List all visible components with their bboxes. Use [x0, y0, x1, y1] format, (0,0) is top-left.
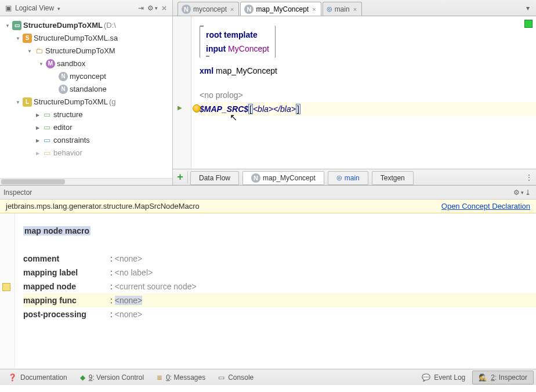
hide-panel-icon[interactable]: ⤓	[523, 188, 533, 197]
bottom-tab-overflow-icon[interactable]: ⋮	[524, 173, 534, 182]
tree-aspect-constraints[interactable]: ▭ constraints	[0, 133, 172, 146]
tree-solution[interactable]: S StructureDumpToXML.sa	[0, 31, 172, 44]
messages-icon: ≣	[157, 373, 162, 382]
folder-icon: 🗀	[34, 46, 44, 55]
bottom-tab-main[interactable]: ◎ main	[328, 171, 368, 185]
tree-label: myconcept	[68, 72, 106, 81]
tree-language[interactable]: L StructureDumpToXML (g	[0, 95, 172, 108]
gear-icon[interactable]: ⚙	[514, 188, 523, 197]
prop-value[interactable]: <none>	[115, 254, 143, 263]
input-kw: input	[206, 44, 226, 53]
view-mode-dropdown-icon[interactable]	[56, 3, 60, 12]
open-concept-declaration-link[interactable]: Open Concept Declaration	[441, 202, 530, 210]
tool-documentation[interactable]: ❓ Documentation	[2, 371, 73, 384]
tree-path-suffix: (D:\	[103, 21, 116, 30]
solution-badge-icon: S	[23, 34, 32, 43]
node-badge-icon: N	[244, 5, 253, 14]
prop-key: comment	[23, 252, 110, 266]
tree-body[interactable]: ▭ StructureDumpToXML (D:\ S StructureDum…	[0, 16, 172, 178]
tree-aspect-behavior[interactable]: ▭ behavior	[0, 146, 172, 159]
tool-messages[interactable]: ≣ 0: Messages	[151, 371, 211, 384]
prop-comment[interactable]: comment: <none>	[23, 252, 536, 266]
tab-myconcept[interactable]: N myconcept ×	[178, 2, 239, 16]
prop-mapping-label[interactable]: mapping label: <no label>	[23, 266, 536, 280]
inspector-body[interactable]: map node macro comment: <none> mapping l…	[0, 213, 536, 369]
xml-open-tag[interactable]: <bla>	[253, 104, 273, 114]
inspector-header: Inspector ⚙ ⤓	[0, 186, 536, 199]
xml-kw: xml	[200, 66, 213, 75]
tree-label: constraints	[52, 136, 90, 144]
tool-console[interactable]: ▭ Console	[212, 371, 259, 384]
close-icon[interactable]: ×	[352, 6, 358, 13]
xml-close-tag[interactable]: </bla>	[273, 104, 296, 114]
tree-aspect-editor[interactable]: ▭ editor	[0, 121, 172, 133]
tab-label: myconcept	[193, 5, 227, 13]
tree-node-myconcept[interactable]: N myconcept	[0, 70, 172, 82]
tree-header: ▣ Logical View ⇥ ⚙ ⤫	[0, 0, 172, 16]
prop-key: mapping label	[23, 266, 110, 280]
tool-inspector[interactable]: 🕵 2: Inspector	[472, 371, 534, 384]
tree-label: sandbox	[56, 59, 85, 68]
prop-key: post-processing	[23, 307, 110, 321]
xml-decl-line[interactable]: xml map_MyConcept	[200, 64, 536, 78]
aspect-icon: ▭	[42, 136, 52, 144]
editor-body[interactable]: ▶ root template input MyConcept xml map_…	[173, 16, 536, 169]
bracket-open: [	[248, 104, 253, 114]
node-badge-icon: N	[251, 173, 260, 183]
tree-model-sandbox[interactable]: M sandbox	[0, 57, 172, 70]
bottom-tab-map-myconcept[interactable]: N map_MyConcept	[242, 171, 324, 185]
tree-aspect-structure[interactable]: ▭ structure	[0, 108, 172, 121]
view-mode-label[interactable]: Logical View	[15, 4, 54, 12]
input-type[interactable]: MyConcept	[228, 44, 269, 53]
close-icon[interactable]: ×	[229, 6, 235, 13]
hide-panel-icon[interactable]: ⤫	[160, 3, 169, 13]
project-badge-icon: ▭	[12, 21, 21, 30]
add-aspect-button[interactable]: +	[173, 171, 188, 183]
tool-version-control[interactable]: ◆ 9: Version Control	[74, 371, 150, 384]
tree-node-standalone[interactable]: N standalone	[0, 82, 172, 95]
target-icon: ◎	[327, 5, 332, 13]
node-badge-icon: N	[182, 5, 191, 14]
editor-tab-bar: N myconcept × N map_MyConcept × ◎ main ×…	[173, 0, 536, 16]
bottom-tab-data-flow[interactable]: Data Flow	[190, 171, 239, 185]
inspector-panel: Inspector ⚙ ⤓ jetbrains.mps.lang.generat…	[0, 186, 536, 369]
bottom-tab-textgen[interactable]: Textgen	[372, 171, 414, 185]
prop-value[interactable]: <current source node>	[115, 282, 197, 291]
prop-key: mapped node	[23, 280, 110, 293]
tool-label: Inspector	[499, 373, 527, 382]
tree-label: standalone	[68, 85, 107, 93]
tree-label: StructureDumpToXM	[44, 46, 115, 55]
tool-event-log[interactable]: 💬 Event Log	[416, 371, 471, 384]
tree-folder[interactable]: 🗀 StructureDumpToXM	[0, 44, 172, 57]
tab-main[interactable]: ◎ main ×	[323, 2, 362, 16]
tree-h-scrollbar[interactable]	[0, 178, 172, 185]
gutter-arrow-icon[interactable]: ▶	[178, 104, 182, 111]
tool-label: Console	[228, 373, 253, 382]
prop-post-processing[interactable]: post-processing: <none>	[23, 307, 536, 321]
model-badge-icon: M	[46, 59, 55, 68]
tool-label: Messages	[173, 373, 205, 382]
macro-line[interactable]: $MAP_SRC$[<bla></bla>]	[200, 102, 536, 116]
prop-value[interactable]: <none>	[115, 310, 143, 319]
tree-label: behavior	[52, 148, 82, 157]
prop-key: mapping func	[23, 293, 110, 307]
no-prolog-cell[interactable]: <no prolog>	[200, 90, 243, 100]
prop-value[interactable]: <none>	[115, 296, 143, 305]
tree-root[interactable]: ▭ StructureDumpToXML (D:\	[0, 19, 172, 31]
tab-map-myconcept[interactable]: N map_MyConcept ×	[240, 2, 321, 16]
editor-bottom-tabs: + Data Flow N map_MyConcept ◎ main Textg…	[173, 169, 536, 185]
prop-mapping-func[interactable]: mapping func: <none>	[23, 293, 536, 307]
bracket-close: ]	[296, 104, 300, 114]
map-src-macro[interactable]: $MAP_SRC$	[200, 104, 248, 114]
concept-bar: jetbrains.mps.lang.generator.structure.M…	[0, 199, 536, 213]
aspect-icon: ▭	[42, 123, 52, 132]
tree-path-suffix: (g	[108, 97, 116, 106]
prop-value[interactable]: <no label>	[115, 268, 153, 277]
gear-icon[interactable]: ⚙	[148, 3, 157, 13]
prop-mapped-node[interactable]: mapped node: <current source node>	[23, 280, 536, 293]
tab-list-dropdown-icon[interactable]: ▾	[523, 3, 533, 13]
collapse-icon[interactable]: ⇥	[136, 3, 146, 13]
intention-bulb-icon[interactable]	[193, 104, 201, 112]
editor-gutter: ▶	[173, 16, 191, 169]
close-icon[interactable]: ×	[311, 6, 317, 13]
